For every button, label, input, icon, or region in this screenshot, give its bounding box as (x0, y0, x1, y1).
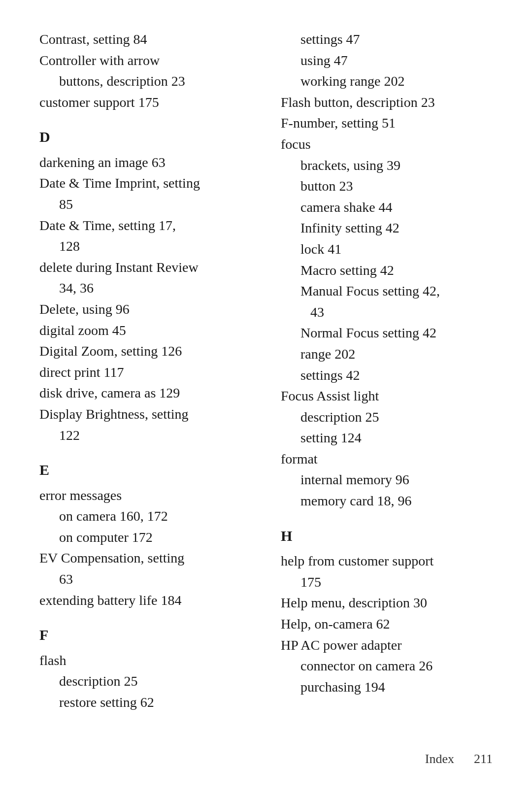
list-item: Date & Time, setting 17, (39, 216, 251, 236)
list-item: camera shake 44 (281, 198, 493, 218)
section-header-h: H (281, 525, 493, 547)
list-item: Manual Focus setting 42, (281, 281, 493, 301)
list-item: memory card 18, 96 (281, 491, 493, 511)
list-item: 85 (39, 195, 251, 215)
section-header-e: E (39, 459, 251, 481)
list-item: description 25 (281, 407, 493, 428)
list-item: error messages (39, 486, 251, 506)
list-item: Controller with arrow (39, 51, 251, 71)
pre-d-entries: Contrast, setting 84 Controller with arr… (39, 30, 251, 112)
list-item: on computer 172 (39, 528, 251, 548)
footer-page-number: 211 (474, 750, 493, 768)
section-header-f: F (39, 624, 251, 646)
list-item: setting 124 (281, 428, 493, 448)
list-item: Focus Assist light (281, 386, 493, 406)
list-item: Delete, using 96 (39, 299, 251, 320)
list-item: 122 (39, 426, 251, 446)
list-item: Infinity setting 42 (281, 218, 493, 238)
list-item: 63 (39, 569, 251, 590)
list-item: 175 (281, 572, 493, 593)
list-item: disk drive, camera as 129 (39, 383, 251, 403)
list-item: delete during Instant Review (39, 258, 251, 278)
index-columns: Contrast, setting 84 Controller with arr… (39, 30, 493, 740)
list-item: lock 41 (281, 239, 493, 260)
section-e: E error messages on camera 160, 172 on c… (39, 459, 251, 610)
list-item: F-number, setting 51 (281, 113, 493, 133)
list-item: digital zoom 45 (39, 321, 251, 341)
list-item: Normal Focus setting 42 (281, 323, 493, 343)
list-item: buttons, description 23 (39, 71, 251, 92)
list-item: settings 47 (281, 30, 493, 50)
list-item: Date & Time Imprint, setting (39, 173, 251, 194)
list-item: darkening an image 63 (39, 153, 251, 173)
list-item: 128 (39, 236, 251, 257)
list-item: EV Compensation, setting (39, 548, 251, 568)
list-item: format (281, 449, 493, 469)
list-item: settings 42 (281, 366, 493, 386)
section-d: D darkening an image 63 Date & Time Impr… (39, 126, 251, 445)
list-item: working range 202 (281, 71, 493, 92)
section-f: F flash description 25 restore setting 6… (39, 624, 251, 712)
footer-label: Index (425, 750, 454, 768)
list-item: HP AC power adapter (281, 635, 493, 656)
list-item: flash (39, 651, 251, 671)
list-item: 34, 36 (39, 278, 251, 299)
section-h: H help from customer support 175 Help me… (281, 525, 493, 698)
list-item: brackets, using 39 (281, 156, 493, 176)
list-item: Flash button, description 23 (281, 93, 493, 113)
section-header-d: D (39, 126, 251, 148)
list-item: internal memory 96 (281, 470, 493, 490)
list-item: button 23 (281, 176, 493, 197)
list-item: extending battery life 184 (39, 591, 251, 611)
list-item: direct print 117 (39, 363, 251, 383)
right-column: settings 47 using 47 working range 202 F… (271, 30, 493, 740)
list-item: Digital Zoom, setting 126 (39, 341, 251, 362)
page: Contrast, setting 84 Controller with arr… (0, 0, 532, 798)
list-item: help from customer support (281, 551, 493, 571)
list-item: on camera 160, 172 (39, 506, 251, 527)
list-item: restore setting 62 (39, 693, 251, 713)
list-item: connector on camera 26 (281, 656, 493, 676)
page-footer: Index 211 (39, 740, 493, 768)
list-item: Help menu, description 30 (281, 593, 493, 613)
right-top-entries: settings 47 using 47 working range 202 F… (281, 30, 493, 511)
list-item: 43 (281, 302, 493, 323)
left-column: Contrast, setting 84 Controller with arr… (39, 30, 271, 740)
list-item: Contrast, setting 84 (39, 30, 251, 50)
list-item: purchasing 194 (281, 677, 493, 698)
list-item: range 202 (281, 344, 493, 365)
list-item: description 25 (39, 671, 251, 692)
list-item: customer support 175 (39, 93, 251, 113)
list-item: focus (281, 134, 493, 155)
list-item: Help, on-camera 62 (281, 614, 493, 634)
list-item: Display Brightness, setting (39, 404, 251, 425)
list-item: Macro setting 42 (281, 261, 493, 281)
list-item: using 47 (281, 51, 493, 71)
